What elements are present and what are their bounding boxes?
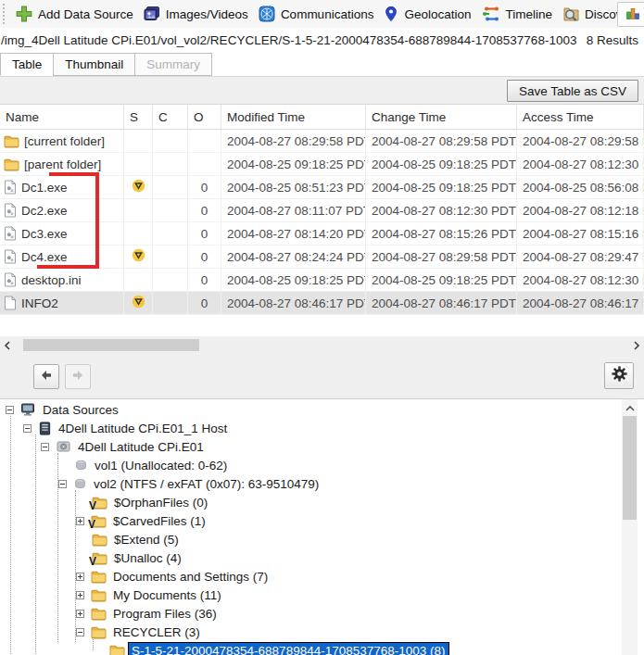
comment-cell [153,222,188,245]
tree-item-orphanfiles-0[interactable]: V$OrphanFiles (0) [0,493,644,511]
expand-plus-icon[interactable] [76,591,84,599]
tree-item-4dell-latitude-cpi-e01[interactable]: 4Dell Latitude CPi.E01 [0,437,644,456]
forward-arrow-icon [70,368,85,386]
forward-button[interactable] [65,364,91,389]
column-header-o[interactable]: O [188,105,221,129]
toolbar-button-geolocation[interactable]: Geolocation [378,3,475,25]
directory-path: /img_4Dell Latitude CPi.E01/vol_vol2/REC… [1,33,587,47]
tab-summary[interactable]: Summary [134,53,212,76]
tree-item-program-files-36[interactable]: Program Files (36) [0,604,644,623]
tab-thumbnail[interactable]: Thumbnail [53,53,135,76]
modified-time-cell: 2004-08-27 08:11:07 PDT [221,199,366,221]
collapse-minus-icon[interactable] [23,424,32,433]
folder-icon [91,607,107,621]
access-time-cell: 2004-08-25 08:56:08 PDT [517,176,644,198]
expand-plus-icon[interactable] [76,517,84,525]
tree-settings-button[interactable] [604,362,634,389]
autopsy-window: Add Data SourceImages/VideosCommunicatio… [0,0,644,655]
horizontal-scrollbar[interactable] [0,336,644,354]
occurrences-cell: 0 [188,176,221,198]
metrics-toolbar-button[interactable] [617,2,644,27]
tree-item-label: $CarvedFiles (1) [110,513,208,529]
tree-item-label: RECYCLER (3) [110,624,203,640]
expand-plus-icon[interactable] [76,573,84,581]
tree-item-label: S-1-5-21-2000478354-688789844-1708537768… [129,643,448,655]
toolbar-button-timeline[interactable]: Timeline [475,3,557,25]
tab-table[interactable]: Table [0,53,54,76]
tree-item-documents-and-settings-7[interactable]: Documents and Settings (7) [0,567,644,586]
toolbar-button-add-data-source[interactable]: Add Data Source [10,3,138,25]
disk-image-icon [56,439,71,454]
folder-icon [91,588,107,602]
occurrences-cell: 0 [188,222,221,245]
tree-item-my-documents-11[interactable]: My Documents (11) [0,586,644,604]
tree: Data Sources4Dell Latitude CPi.E01_1 Hos… [0,399,644,655]
tree-indent [94,650,106,651]
images-videos-icon [143,5,161,23]
tree-item-label: My Documents (11) [110,587,224,603]
score-cell [124,222,153,245]
table-row-info2[interactable]: INFO202004-08-27 08:46:17 PDT2004-08-27 … [0,292,644,315]
score-cell [124,153,153,175]
tree-item-recycler-3[interactable]: RECYCLER (3) [0,623,644,641]
tree-indent [76,502,88,503]
tree-item-s-1-5-21-2000478354-688789844-1708537768[interactable]: S-1-5-21-2000478354-688789844-1708537768… [0,641,644,655]
add-data-source-icon [15,5,33,23]
modified-time-cell: 2004-08-25 09:18:25 PDT [221,269,366,291]
score-cell [124,199,153,221]
column-header-name[interactable]: Name [0,105,124,129]
score-icon [132,248,145,265]
scroll-right-icon[interactable] [629,336,644,354]
toolbar-button-label: Add Data Source [38,7,133,21]
tree-item-label: $OrphanFiles (0) [111,495,210,510]
occurrences-cell [188,153,221,175]
tree-item-carvedfiles-1[interactable]: V$CarvedFiles (1) [0,511,644,530]
expand-plus-icon[interactable] [76,610,84,618]
tree-item-data-sources[interactable]: Data Sources [0,400,644,419]
tree-item-extend-5[interactable]: $Extend (5) [0,530,644,548]
column-header-modified-time[interactable]: Modified Time [221,105,366,129]
discovery-icon [562,5,580,23]
column-header-c[interactable]: C [153,105,188,129]
toolbar-button-communications[interactable]: Communications [253,3,379,25]
score-cell [124,130,153,152]
table-row-desktop-ini[interactable]: desktop.ini02004-08-25 09:18:25 PDT2004-… [0,269,644,292]
occurrences-cell: 0 [188,269,221,291]
column-header-change-time[interactable]: Change Time [366,105,517,129]
tree-item-label: Documents and Settings (7) [110,569,271,585]
tree-item-label: vol1 (Unallocated: 0-62) [92,458,230,473]
tree-item-vol2-ntfs-exfat-0x07-63-9510479[interactable]: vol2 (NTFS / exFAT (0x07): 63-9510479) [0,474,644,493]
result-count: 8 Results [587,33,638,47]
tree-item-label: 4Dell Latitude CPi.E01_1 Host [56,421,230,436]
back-button[interactable] [33,364,59,389]
name-cell: Dc1.exe [0,176,124,198]
scroll-left-icon[interactable] [0,336,15,354]
tree-item-unalloc-4[interactable]: V$Unalloc (4) [0,548,644,567]
score-cell [124,292,153,314]
tree-indent [76,558,88,559]
column-header-s[interactable]: S [124,105,153,129]
score-icon [132,179,145,195]
save-table-as-csv-button[interactable]: Save Table as CSV [507,80,638,102]
toolbar-grip[interactable] [3,4,5,24]
name-cell: Dc2.exe [0,199,124,221]
computer-icon [20,402,36,417]
collapse-minus-icon[interactable] [41,443,49,451]
table-row-current-folder[interactable]: [current folder]2004-08-27 08:29:58 PDT2… [0,130,644,153]
tree-item-4dell-latitude-cpi-e01-1-host[interactable]: 4Dell Latitude CPi.E01_1 Host [0,419,644,437]
score-cell [124,176,153,198]
collapse-minus-icon[interactable] [6,406,14,414]
collapse-minus-icon[interactable] [76,628,84,636]
tree-item-vol1-unallocated-0-62[interactable]: vol1 (Unallocated: 0-62) [0,456,644,474]
bar-chart-icon [625,5,641,25]
modified-time-cell: 2004-08-27 08:14:20 PDT [221,222,366,245]
communications-icon [258,5,276,23]
collapse-minus-icon[interactable] [58,480,67,488]
comment-cell [153,153,188,175]
toolbar-button-images-videos[interactable]: Images/Videos [138,3,253,25]
file-name: Dc1.exe [21,181,68,195]
tree-item-label: Data Sources [40,402,121,418]
exe-file-icon [4,249,17,264]
column-header-access-time[interactable]: Access Time [517,105,644,129]
horizontal-scroll-thumb[interactable] [23,339,199,351]
